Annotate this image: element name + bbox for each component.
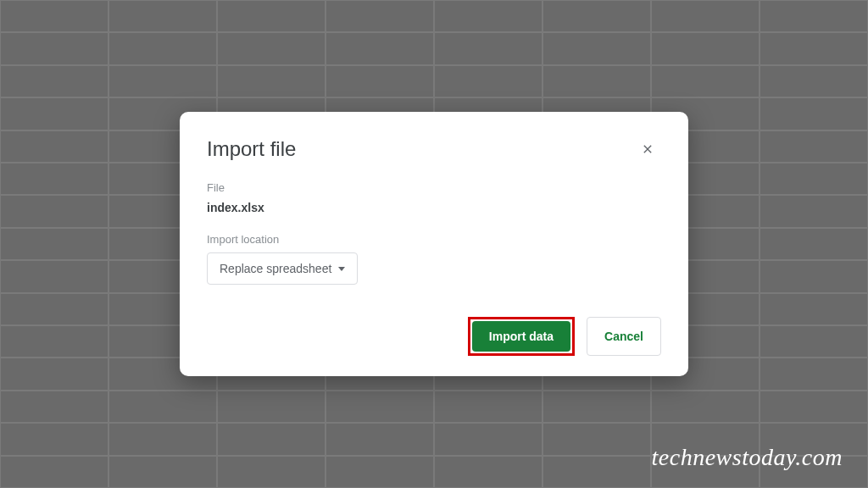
cancel-button[interactable]: Cancel xyxy=(587,317,661,356)
import-data-button[interactable]: Import data xyxy=(472,321,570,352)
close-icon xyxy=(641,142,654,156)
dialog-title: Import file xyxy=(207,137,296,161)
import-location-select[interactable]: Replace spreadsheet xyxy=(207,252,358,285)
highlight-annotation: Import data xyxy=(468,317,575,356)
watermark-text: technewstoday.com xyxy=(652,444,843,471)
import-location-selected-value: Replace spreadsheet xyxy=(220,262,331,275)
modal-overlay: Import file File index.xlsx Import locat… xyxy=(0,0,868,488)
close-button[interactable] xyxy=(634,136,661,163)
file-name: index.xlsx xyxy=(207,201,661,214)
import-location-label: Import location xyxy=(207,233,661,246)
chevron-down-icon xyxy=(338,267,345,271)
file-label: File xyxy=(207,181,661,194)
import-file-dialog: Import file File index.xlsx Import locat… xyxy=(180,112,688,376)
